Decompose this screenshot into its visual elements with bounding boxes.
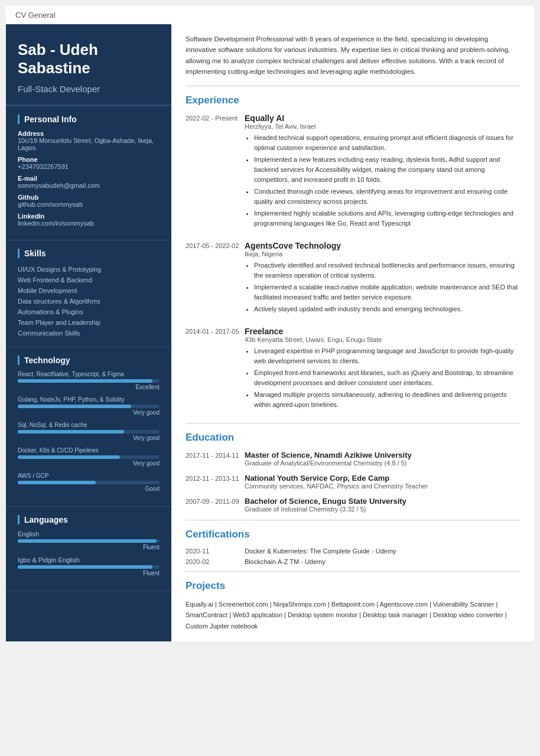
address-value: 10c/19 Morounfolu Street, Ogba-Ashade, I…	[18, 137, 160, 151]
lang-list: English Fluent Igbo & Pidgin English Flu…	[18, 530, 160, 576]
edu-degree: Bachelor of Science, Enugu State Univers…	[245, 497, 520, 506]
tech-rating: Very good	[18, 435, 160, 441]
lang-item: English Fluent	[18, 530, 160, 550]
tech-item: Sql, NoSql, & Redis cache Very good	[18, 422, 160, 441]
tech-label: Sql, NoSql, & Redis cache	[18, 422, 160, 428]
edu-detail: Bachelor of Science, Enugu State Univers…	[245, 497, 520, 513]
education-list: 2017-11 - 2014-11 Master of Science, Nna…	[186, 451, 520, 513]
tech-item: Docker, K8s & CI/CD Pipelines Very good	[18, 447, 160, 467]
exp-bullets: Leveraged expertise in PHP programming l…	[245, 346, 520, 410]
cert-name: Blockchain A-Z TM - Udemy	[245, 558, 326, 565]
edu-detail: National Youth Service Corp, Ede Camp Co…	[245, 474, 520, 490]
edu-sub: Graduate of Analytical/Environmental Che…	[245, 460, 520, 467]
exp-bullet: Implemented a new features including eas…	[254, 155, 520, 185]
cv-title-bar: CV General	[6, 6, 534, 24]
experience-entry: 2022-02 - Present Equally AI Herzliyya, …	[186, 113, 520, 230]
job-title: Full-Stack Developer	[18, 83, 160, 95]
cert-name: Docker & Kubernetes: The Complete Guide …	[245, 548, 396, 555]
exp-bullet: Employed front-end frameworks and librar…	[254, 368, 520, 388]
tech-label: React, ReactNative, Typescript, & Figma	[18, 371, 160, 377]
tech-rating: Good	[18, 485, 160, 492]
projects-heading: Projects	[186, 580, 520, 592]
address-label: Address	[18, 130, 160, 137]
technology-title: Technology	[18, 356, 160, 365]
cv-body: Sab - Udeh Sabastine Full-Stack Develope…	[6, 24, 534, 641]
tech-bar-wrap	[18, 455, 160, 459]
skills-list: UI/UX Designs & PrototypingWeb Frontend …	[18, 264, 160, 338]
personal-info-section: Personal Info Address 10c/19 Morounfolu …	[6, 106, 171, 240]
tech-bar-fill	[18, 379, 152, 383]
summary: Software Development Professional with 8…	[186, 34, 520, 77]
exp-bullet: Conducted thorough code reviews, identif…	[254, 187, 520, 207]
tech-rating: Very good	[18, 409, 160, 416]
lang-bar-wrap	[18, 565, 160, 569]
languages-section: Languages English Fluent Igbo & Pidgin E…	[6, 507, 171, 591]
skill-item: UI/UX Designs & Prototyping	[18, 264, 160, 275]
tech-label: Docker, K8s & CI/CD Pipelines	[18, 447, 160, 454]
sidebar: Sab - Udeh Sabastine Full-Stack Develope…	[6, 24, 171, 641]
certifications-heading: Certifications	[186, 529, 520, 540]
tech-item: React, ReactNative, Typescript, & Figma …	[18, 371, 160, 390]
github-block: Github github.com/sommysab	[18, 194, 160, 208]
email-value: sommysabudeh@gmail.com	[18, 182, 160, 189]
address-block: Address 10c/19 Morounfolu Street, Ogba-A…	[18, 130, 160, 151]
tech-bar-wrap	[18, 405, 160, 408]
exp-company: Equally AI	[245, 113, 520, 123]
edu-degree: National Youth Service Corp, Ede Camp	[245, 474, 520, 483]
tech-item: AWS / GCP Good	[18, 472, 160, 492]
divider-education	[186, 423, 520, 423]
skill-item: Web Frontend & Backend	[18, 275, 160, 285]
tech-bar-wrap	[18, 481, 160, 484]
languages-title: Languages	[18, 515, 160, 524]
cert-list: 2020-11 Docker & Kubernetes: The Complet…	[186, 548, 520, 565]
exp-detail: AgentsCove Technology Ikeja, Nigeria Pro…	[245, 241, 520, 316]
candidate-name: Sab - Udeh Sabastine	[18, 41, 160, 77]
page-title: CV General	[15, 11, 56, 19]
exp-company: Freelance	[245, 327, 520, 336]
tech-bar-fill	[18, 481, 96, 484]
exp-bullet: Implemented a scalable react-native mobi…	[254, 282, 520, 302]
exp-detail: Equally AI Herzliyya, Tel Aviv, Israel H…	[245, 113, 520, 230]
cert-date: 2020-11	[186, 548, 245, 555]
phone-block: Phone +2347032267591	[18, 156, 160, 170]
experience-heading: Experience	[186, 94, 520, 106]
edu-date: 2012-11 - 2013-11	[186, 474, 245, 490]
tech-bar-fill	[18, 430, 124, 434]
exp-date: 2022-02 - Present	[186, 113, 245, 230]
education-heading: Education	[186, 432, 520, 444]
email-label: E-mail	[18, 175, 160, 182]
skill-item: Communication Skills	[18, 328, 160, 338]
edu-date: 2007-09 - 2011-09	[186, 497, 245, 513]
exp-detail: Freelance 43b Kenyatta Street, Uwani, En…	[245, 327, 520, 412]
tech-rating: Excellent	[18, 384, 160, 390]
tech-label: Golang, NodeJs, PHP, Python, & Solidity	[18, 396, 160, 403]
exp-bullet: Proactively identified and resolved tech…	[254, 260, 520, 281]
phone-value: +2347032267591	[18, 163, 160, 170]
name-block: Sab - Udeh Sabastine Full-Stack Develope…	[6, 24, 171, 106]
exp-date: 2017-05 - 2022-02	[186, 241, 245, 316]
lang-rating: Fluent	[18, 570, 160, 576]
tech-bar-wrap	[18, 430, 160, 434]
linkedin-value: linkedin.com/in/sommysab	[18, 220, 160, 227]
lang-item: Igbo & Pidgin English Fluent	[18, 556, 160, 576]
lang-bar-fill	[18, 539, 157, 543]
exp-date: 2014-01 - 2017-05	[186, 327, 245, 412]
edu-detail: Master of Science, Nnamdi Azikiwe Univer…	[245, 451, 520, 467]
cert-date: 2020-02	[186, 558, 245, 565]
tech-item: Golang, NodeJs, PHP, Python, & Solidity …	[18, 396, 160, 416]
education-entry: 2012-11 - 2013-11 National Youth Service…	[186, 474, 520, 490]
tech-bar-fill	[18, 455, 120, 459]
exp-bullet: Implemented highly scalable solutions an…	[254, 208, 520, 229]
linkedin-label: LinkedIn	[18, 213, 160, 220]
cert-entry: 2020-11 Docker & Kubernetes: The Complet…	[186, 548, 520, 555]
email-block: E-mail sommysabudeh@gmail.com	[18, 175, 160, 189]
divider-experience	[186, 86, 520, 86]
phone-label: Phone	[18, 156, 160, 163]
skill-item: Mobile Development	[18, 285, 160, 296]
tech-bar-wrap	[18, 379, 160, 383]
experience-entry: 2017-05 - 2022-02 AgentsCove Technology …	[186, 241, 520, 316]
tech-list: React, ReactNative, Typescript, & Figma …	[18, 371, 160, 492]
exp-company: AgentsCove Technology	[245, 241, 520, 250]
tech-label: AWS / GCP	[18, 472, 160, 479]
edu-sub: Community services, NAFDAC, Physics and …	[245, 483, 520, 490]
